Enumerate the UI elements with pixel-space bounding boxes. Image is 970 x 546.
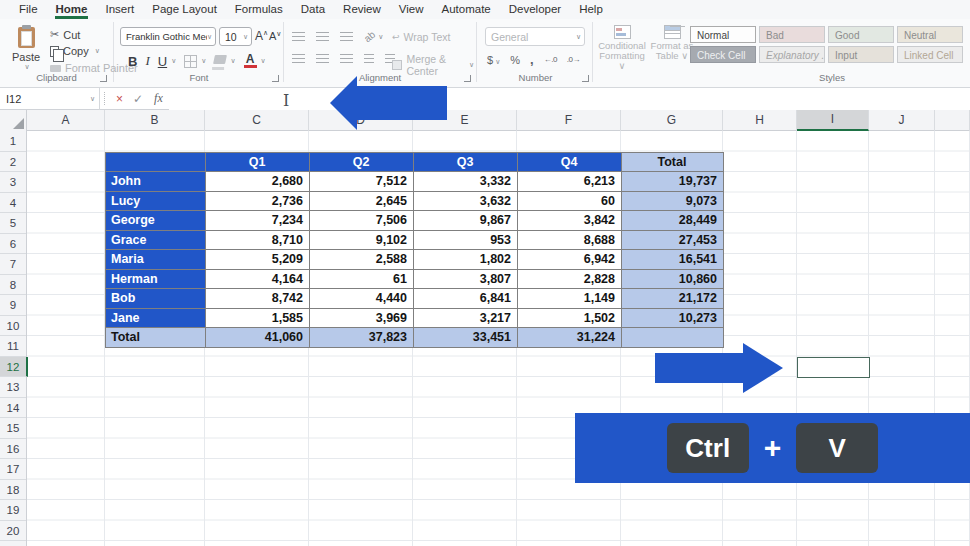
font-color-button[interactable]: A <box>244 54 257 68</box>
row-header-18[interactable]: 18 <box>0 480 26 501</box>
ribbon-tab-file[interactable]: File <box>10 0 47 19</box>
align-bottom-icon[interactable] <box>340 32 353 42</box>
cell[interactable]: 16,541 <box>622 250 724 270</box>
fill-color-icon[interactable] <box>213 55 227 64</box>
ribbon-tab-data[interactable]: Data <box>292 0 334 19</box>
cell[interactable]: 3,217 <box>414 308 518 328</box>
cell[interactable]: 31,224 <box>518 328 622 348</box>
cell[interactable]: Herman <box>106 269 206 289</box>
row-header-12[interactable]: 12 <box>0 357 28 378</box>
row-header-19[interactable]: 19 <box>0 500 26 521</box>
cell[interactable]: 3,632 <box>414 191 518 211</box>
cell[interactable]: 37,823 <box>310 328 414 348</box>
cell[interactable]: Maria <box>106 250 206 270</box>
row-header-8[interactable]: 8 <box>0 275 26 296</box>
insert-function-icon[interactable]: fx <box>148 91 169 106</box>
cell[interactable]: 9,102 <box>310 230 414 250</box>
cell[interactable]: 8,742 <box>206 289 310 309</box>
row-header-4[interactable]: 4 <box>0 193 26 214</box>
decrease-decimal-icon[interactable]: .0→ <box>567 55 580 64</box>
cell[interactable]: Total <box>622 152 724 172</box>
column-header-A[interactable]: A <box>27 110 105 131</box>
cell-style-linked[interactable]: Linked Cell <box>897 46 963 63</box>
column-header-F[interactable]: F <box>517 110 621 131</box>
row-header-11[interactable]: 11 <box>0 336 26 357</box>
align-top-icon[interactable] <box>292 32 305 42</box>
cell[interactable]: Total <box>106 328 206 348</box>
cell[interactable]: 6,841 <box>414 289 518 309</box>
conditional-formatting-button[interactable]: Conditional Formatting ∨ <box>596 25 648 71</box>
cell[interactable]: 10,860 <box>622 269 724 289</box>
borders-icon[interactable] <box>184 55 197 68</box>
cell[interactable]: 61 <box>310 269 414 289</box>
row-header-20[interactable]: 20 <box>0 521 26 542</box>
alignment-dialog-launcher-icon[interactable] <box>464 75 471 82</box>
align-middle-icon[interactable] <box>316 32 329 42</box>
row-header-10[interactable]: 10 <box>0 316 26 337</box>
font-name-combo[interactable]: Franklin Gothic Med ∨ <box>120 27 216 46</box>
grow-font-button[interactable]: A∧ <box>255 29 268 43</box>
cell[interactable]: 5,209 <box>206 250 310 270</box>
ribbon-tab-insert[interactable]: Insert <box>96 0 143 19</box>
align-center-icon[interactable] <box>316 54 329 64</box>
cell[interactable]: 2,680 <box>206 172 310 192</box>
ribbon-tab-view[interactable]: View <box>390 0 433 19</box>
cell[interactable]: 28,449 <box>622 211 724 231</box>
cell[interactable]: 19,737 <box>622 172 724 192</box>
cell[interactable]: 33,451 <box>414 328 518 348</box>
font-dialog-launcher-icon[interactable] <box>272 75 279 82</box>
row-header-13[interactable]: 13 <box>0 377 26 398</box>
row-header-17[interactable]: 17 <box>0 459 26 480</box>
cell-style-bad[interactable]: Bad <box>759 26 825 43</box>
orientation-icon[interactable]: ab <box>362 29 378 45</box>
cell[interactable]: 8,710 <box>206 230 310 250</box>
cell[interactable]: 7,512 <box>310 172 414 192</box>
increase-decimal-icon[interactable]: ←.0 <box>544 55 557 64</box>
row-header-14[interactable]: 14 <box>0 398 26 419</box>
ribbon-tab-developer[interactable]: Developer <box>500 0 570 19</box>
clipboard-dialog-launcher-icon[interactable] <box>100 75 107 82</box>
cell[interactable]: 3,807 <box>414 269 518 289</box>
enter-icon[interactable]: ✓ <box>128 92 148 106</box>
column-header-partial[interactable] <box>935 110 970 131</box>
cell[interactable] <box>622 328 724 348</box>
row-header-16[interactable]: 16 <box>0 439 26 460</box>
cell[interactable]: John <box>106 172 206 192</box>
align-right-icon[interactable] <box>340 54 353 64</box>
cell[interactable]: 3,969 <box>310 308 414 328</box>
ribbon-tab-automate[interactable]: Automate <box>433 0 500 19</box>
cell[interactable]: 9,073 <box>622 191 724 211</box>
select-all-corner[interactable] <box>0 110 27 131</box>
cell[interactable]: Q2 <box>310 152 414 172</box>
column-header-G[interactable]: G <box>621 110 723 131</box>
number-dialog-launcher-icon[interactable] <box>582 75 589 82</box>
cell[interactable]: 4,164 <box>206 269 310 289</box>
cell[interactable]: Grace <box>106 230 206 250</box>
cell-style-good[interactable]: Good <box>828 26 894 43</box>
wrap-text-button[interactable]: ↩ Wrap Text <box>392 31 450 43</box>
cell[interactable]: 2,736 <box>206 191 310 211</box>
cell[interactable]: 6,942 <box>518 250 622 270</box>
row-header-6[interactable]: 6 <box>0 234 26 255</box>
cell[interactable]: Q4 <box>518 152 622 172</box>
row-header-2[interactable]: 2 <box>0 152 26 173</box>
row-header-15[interactable]: 15 <box>0 418 26 439</box>
cell-style-input[interactable]: Input <box>828 46 894 63</box>
font-size-combo[interactable]: 10 ∨ <box>219 27 252 46</box>
cancel-icon[interactable]: × <box>111 92 128 106</box>
cell-style-neutral[interactable]: Neutral <box>897 26 963 43</box>
cell[interactable]: 27,453 <box>622 230 724 250</box>
cell[interactable]: 60 <box>518 191 622 211</box>
cell[interactable]: 41,060 <box>206 328 310 348</box>
ribbon-tab-help[interactable]: Help <box>570 0 612 19</box>
cell[interactable]: 7,506 <box>310 211 414 231</box>
cell[interactable]: Bob <box>106 289 206 309</box>
cell[interactable]: Q3 <box>414 152 518 172</box>
row-header-9[interactable]: 9 <box>0 295 26 316</box>
row-header-1[interactable]: 1 <box>0 131 26 152</box>
align-left-icon[interactable] <box>292 54 305 64</box>
cell[interactable]: 1,585 <box>206 308 310 328</box>
sheet-body[interactable]: Q1Q2Q3Q4TotalJohn2,6807,5123,3326,21319,… <box>27 131 970 546</box>
row-header-5[interactable]: 5 <box>0 213 26 234</box>
cell[interactable]: 9,867 <box>414 211 518 231</box>
